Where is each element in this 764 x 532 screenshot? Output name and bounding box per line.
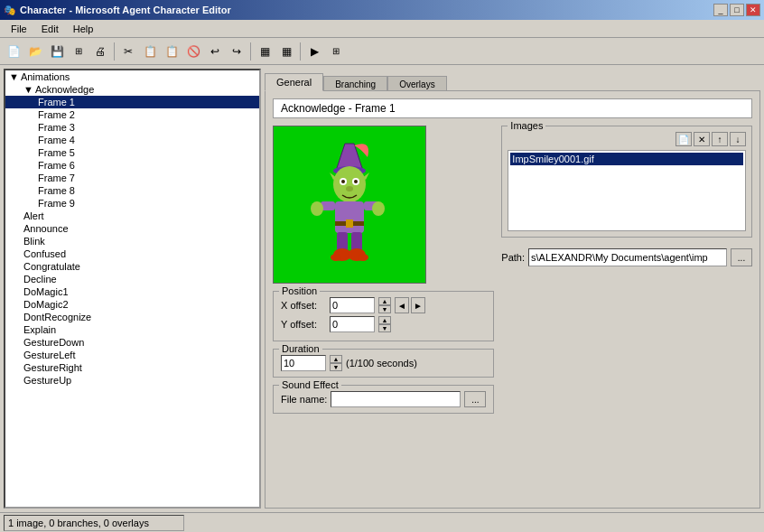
toolbar-redo[interactable]: ↪ <box>227 42 247 61</box>
tree-item-gestureright[interactable]: GestureRight <box>5 361 259 374</box>
x-offset-up[interactable]: ▲ <box>378 297 391 305</box>
x-offset-input[interactable] <box>330 297 375 313</box>
tree-scroll[interactable]: ▼ Animations ▼ Acknowledge Frame 1 Frame… <box>5 70 259 507</box>
toolbar-undo[interactable]: ↩ <box>205 42 225 61</box>
menu-edit[interactable]: Edit <box>34 22 66 36</box>
path-input[interactable] <box>528 248 727 266</box>
tree-item-domagic2[interactable]: DoMagic2 <box>5 298 259 311</box>
y-offset-row: Y offset: ▲ ▼ <box>281 316 486 332</box>
tree-item-alert[interactable]: Alert <box>5 210 259 222</box>
tree-item-confused[interactable]: Confused <box>5 247 259 260</box>
toolbar-open[interactable]: 📂 <box>25 42 45 61</box>
y-offset-down[interactable]: ▼ <box>378 324 391 332</box>
toolbar-print[interactable]: 🖨 <box>90 42 110 61</box>
toolbar-grid1[interactable]: ▦ <box>255 42 275 61</box>
duration-input[interactable] <box>281 355 326 371</box>
tree-item-blink[interactable]: Blink <box>5 235 259 247</box>
maximize-button[interactable]: □ <box>730 4 744 16</box>
toolbar-copy[interactable]: 📋 <box>140 42 160 61</box>
tree-panel: ▼ Animations ▼ Acknowledge Frame 1 Frame… <box>4 69 261 509</box>
tree-label-confused: Confused <box>23 248 66 259</box>
x-move-buttons: ◄ ► <box>395 297 425 313</box>
toolbar-new[interactable]: 📄 <box>4 42 23 61</box>
tree-item-frame4[interactable]: Frame 4 <box>5 134 259 146</box>
tree-item-announce[interactable]: Announce <box>5 222 259 235</box>
tree-item-frame2[interactable]: Frame 2 <box>5 108 259 121</box>
toolbar: 📄 📂 💾 ⊞ 🖨 ✂ 📋 📋 🚫 ↩ ↪ ▦ ▦ ▶ ⊞ <box>0 38 764 65</box>
close-button[interactable]: ✕ <box>746 4 760 16</box>
images-toolbar: 📄 ✕ ↑ ↓ <box>508 132 746 146</box>
y-offset-input[interactable] <box>330 316 375 332</box>
sound-file-input[interactable] <box>331 391 461 407</box>
toolbar-delete[interactable]: 🚫 <box>183 42 203 61</box>
tree-item-frame8[interactable]: Frame 8 <box>5 184 259 197</box>
tree-item-decline[interactable]: Decline <box>5 273 259 285</box>
toolbar-grid2[interactable]: ▦ <box>276 42 296 61</box>
sound-file-label: File name: <box>281 394 327 405</box>
toolbar-play[interactable]: ▶ <box>304 42 324 61</box>
tab-general[interactable]: General <box>265 73 323 91</box>
path-browse-button[interactable]: ... <box>731 248 752 266</box>
tree-item-dontrecognize[interactable]: DontRecognize <box>5 311 259 323</box>
toolbar-stop[interactable]: ⊞ <box>326 42 346 61</box>
tree-label-frame7: Frame 7 <box>38 173 75 183</box>
toolbar-save[interactable]: 💾 <box>47 42 67 61</box>
duration-group: Duration ▲ ▼ (1/100 seconds) <box>273 349 494 378</box>
tree-label-frame4: Frame 4 <box>38 135 75 145</box>
tree-item-gestureup[interactable]: GestureUp <box>5 374 259 387</box>
tree-root-animations[interactable]: ▼ Animations <box>5 70 259 83</box>
duration-down[interactable]: ▼ <box>330 363 342 371</box>
menu-help[interactable]: Help <box>66 22 101 36</box>
sound-browse-button[interactable]: ... <box>464 391 486 407</box>
image-delete-button[interactable]: ✕ <box>694 132 710 146</box>
content-row: Position X offset: ▲ ▼ ◄ ► <box>273 126 752 414</box>
duration-row: ▲ ▼ (1/100 seconds) <box>281 355 486 371</box>
tree-item-frame5[interactable]: Frame 5 <box>5 146 259 159</box>
tree-item-frame6[interactable]: Frame 6 <box>5 159 259 172</box>
menu-file[interactable]: File <box>4 22 34 36</box>
tree-label-blink: Blink <box>23 236 45 247</box>
tree-label-alert: Alert <box>23 210 44 221</box>
right-panel: General Branching Overlays Acknowledge -… <box>265 69 760 509</box>
toolbar-sep2 <box>250 42 251 61</box>
tree-item-congratulate[interactable]: Congratulate <box>5 260 259 273</box>
tree-label-decline: Decline <box>23 274 57 285</box>
status-text: 1 image, 0 branches, 0 overlays <box>4 515 184 531</box>
minimize-button[interactable]: _ <box>713 4 728 16</box>
x-offset-down[interactable]: ▼ <box>378 305 391 313</box>
menu-bar: File Edit Help <box>0 20 764 38</box>
image-list-item[interactable]: ImpSmiley0001.gif <box>510 153 743 165</box>
images-list[interactable]: ImpSmiley0001.gif <box>508 150 746 231</box>
tree-item-domagic1[interactable]: DoMagic1 <box>5 285 259 298</box>
image-new-button[interactable]: 📄 <box>675 132 692 146</box>
tree-item-acknowledge[interactable]: ▼ Acknowledge <box>5 83 259 96</box>
image-up-button[interactable]: ↑ <box>712 132 728 146</box>
tree-root-label: Animations <box>21 71 70 82</box>
tree-item-frame1[interactable]: Frame 1 <box>5 96 259 108</box>
image-down-button[interactable]: ↓ <box>730 132 746 146</box>
tree-label-frame3: Frame 3 <box>38 122 75 133</box>
tree-label-dontrecognize: DontRecognize <box>23 312 91 322</box>
x-move-left[interactable]: ◄ <box>395 297 409 313</box>
duration-spinner: ▲ ▼ <box>330 355 342 371</box>
title-controls: _ □ ✕ <box>713 4 760 16</box>
tree-item-frame7[interactable]: Frame 7 <box>5 172 259 184</box>
images-group: Images 📄 ✕ ↑ ↓ ImpSmiley0001.gif <box>501 126 752 238</box>
tree-item-gestureleft[interactable]: GestureLeft <box>5 349 259 361</box>
tree-item-gesturedown[interactable]: GestureDown <box>5 336 259 349</box>
y-offset-up[interactable]: ▲ <box>378 316 391 324</box>
tree-item-frame9[interactable]: Frame 9 <box>5 197 259 210</box>
main-area: ▼ Animations ▼ Acknowledge Frame 1 Frame… <box>0 65 764 512</box>
tree-item-explain[interactable]: Explain <box>5 323 259 336</box>
svg-point-22 <box>358 254 368 261</box>
tree-item-frame3[interactable]: Frame 3 <box>5 121 259 134</box>
toolbar-paste[interactable]: 📋 <box>162 42 182 61</box>
x-move-right[interactable]: ► <box>411 297 425 313</box>
tree-label-gestureup: GestureUp <box>23 375 71 386</box>
toolbar-new2[interactable]: ⊞ <box>69 42 89 61</box>
toolbar-cut[interactable]: ✂ <box>118 42 138 61</box>
tree-label-gestureright: GestureRight <box>23 362 82 373</box>
title-bar: 🎭 Character - Microsoft Agent Character … <box>0 0 764 20</box>
tabs: General Branching Overlays <box>265 69 760 90</box>
duration-up[interactable]: ▲ <box>330 355 342 363</box>
